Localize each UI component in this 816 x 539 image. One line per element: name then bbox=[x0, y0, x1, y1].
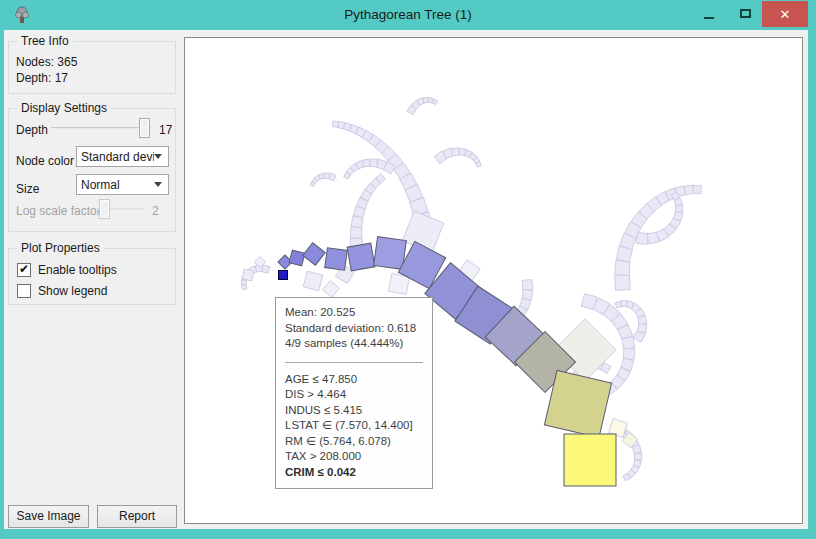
size-label: Size bbox=[16, 182, 39, 196]
group-plot-properties: Plot Properties Enable tooltips Show leg… bbox=[8, 248, 176, 305]
app-window: Pythagorean Tree (1) ✕ Tree Info Nodes: … bbox=[0, 0, 816, 539]
chevron-down-icon bbox=[154, 154, 162, 159]
group-display-settings: Display Settings Depth 17 Node color Sta… bbox=[8, 108, 176, 232]
chevron-down-icon bbox=[154, 182, 162, 187]
show-legend-checkbox[interactable]: Show legend bbox=[17, 283, 107, 299]
group-title: Tree Info bbox=[17, 34, 73, 48]
tooltip-stddev: Standard deviation: 0.618 bbox=[285, 321, 423, 337]
close-button[interactable]: ✕ bbox=[762, 1, 808, 27]
tooltip-samples: 4/9 samples (44.444%) bbox=[285, 336, 423, 352]
tooltip-mean: Mean: 20.525 bbox=[285, 305, 423, 321]
tooltip-rule: DIS > 4.464 bbox=[285, 387, 423, 403]
depth-slider[interactable] bbox=[51, 118, 151, 138]
minimize-icon bbox=[704, 17, 714, 19]
depth-value: 17 bbox=[159, 123, 172, 137]
node-tooltip: Mean: 20.525 Standard deviation: 0.618 4… bbox=[275, 297, 433, 489]
report-button[interactable]: Report bbox=[97, 505, 177, 528]
log-scale-slider bbox=[97, 199, 145, 219]
log-scale-slider-handle bbox=[99, 199, 110, 219]
size-value: Normal bbox=[77, 178, 154, 192]
tooltip-divider bbox=[285, 362, 423, 363]
group-title: Plot Properties bbox=[17, 241, 104, 255]
depth-count: Depth: 17 bbox=[16, 70, 77, 86]
node-color-value: Standard devia bbox=[77, 150, 154, 164]
show-legend-label: Show legend bbox=[38, 284, 107, 298]
titlebar[interactable]: Pythagorean Tree (1) ✕ bbox=[0, 0, 816, 30]
log-scale-value: 2 bbox=[152, 204, 159, 218]
tooltip-rule: AGE ≤ 47.850 bbox=[285, 372, 423, 388]
group-title: Display Settings bbox=[17, 101, 111, 115]
log-scale-label: Log scale factor bbox=[16, 204, 101, 218]
tooltip-rule: INDUS ≤ 5.415 bbox=[285, 403, 423, 419]
minimize-button[interactable] bbox=[694, 0, 724, 27]
maximize-button[interactable] bbox=[730, 0, 760, 27]
nodes-count: Nodes: 365 bbox=[16, 54, 77, 70]
size-dropdown[interactable]: Normal bbox=[76, 174, 169, 195]
tooltip-rule: TAX > 208.000 bbox=[285, 449, 423, 465]
tooltip-rule: LSTAT ∈ (7.570, 14.400] bbox=[285, 418, 423, 434]
slider-groove bbox=[51, 127, 151, 129]
enable-tooltips-label: Enable tooltips bbox=[38, 263, 117, 277]
maximize-icon bbox=[740, 9, 751, 18]
tooltip-rule-highlight: CRIM ≤ 0.042 bbox=[285, 465, 423, 481]
checkbox-icon[interactable] bbox=[17, 284, 31, 298]
node-color-dropdown[interactable]: Standard devia bbox=[76, 146, 169, 167]
save-image-button[interactable]: Save Image bbox=[8, 505, 89, 528]
tooltip-rule: RM ∈ (5.764, 6.078) bbox=[285, 434, 423, 450]
plot-canvas[interactable]: Mean: 20.525 Standard deviation: 0.618 4… bbox=[184, 37, 803, 524]
depth-slider-handle[interactable] bbox=[139, 118, 150, 138]
group-tree-info: Tree Info Nodes: 365 Depth: 17 bbox=[8, 41, 176, 94]
enable-tooltips-checkbox[interactable]: Enable tooltips bbox=[17, 262, 117, 278]
node-color-label: Node color bbox=[16, 154, 74, 168]
app-body: Tree Info Nodes: 365 Depth: 17 Display S… bbox=[4, 30, 808, 529]
close-icon: ✕ bbox=[780, 7, 791, 22]
depth-label: Depth bbox=[16, 123, 48, 137]
checkbox-icon[interactable] bbox=[17, 263, 31, 277]
